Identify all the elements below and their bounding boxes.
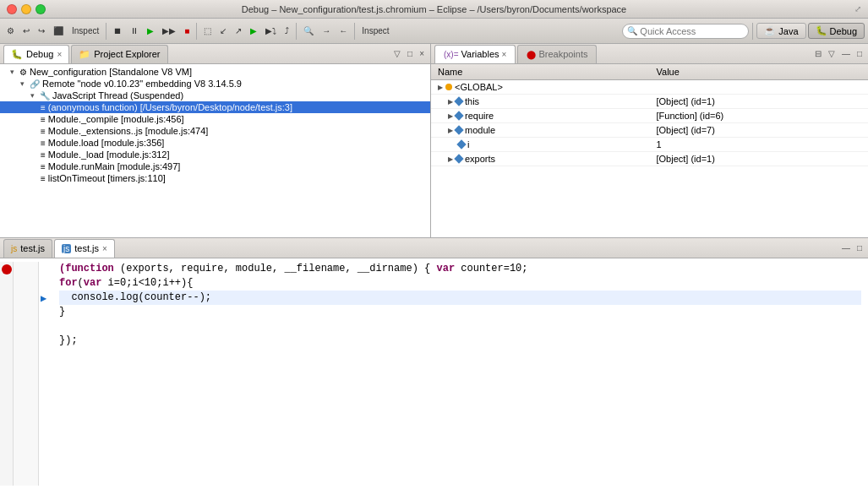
lnum-2 <box>14 276 38 291</box>
tab-project-explorer[interactable]: 📁 Project Explorer <box>71 45 167 63</box>
tab-variables[interactable]: (x)= Variables × <box>434 45 516 63</box>
tree-item-2[interactable]: ▾ 🔧 JavaScript Thread (Suspended) <box>0 90 430 101</box>
toolbar-btn-4[interactable]: ⬛ <box>50 24 67 37</box>
minimize-button[interactable] <box>21 4 31 14</box>
quick-access-input[interactable] <box>622 24 749 39</box>
toolbar-btn-2[interactable]: ↩ <box>19 24 33 37</box>
var-row-global[interactable]: ▶ <GLOBAL> <box>431 80 868 95</box>
tree-item-4[interactable]: ≡ Module._compile [module.js:456] <box>0 113 430 125</box>
exports-icon <box>454 154 463 163</box>
left-panel: 🐛 Debug × 📁 Project Explorer ▽ □ × ▾ <box>0 44 431 237</box>
stack-icon-8: ≡ <box>41 162 46 171</box>
toolbar-btn-14[interactable]: 🔍 <box>300 24 317 37</box>
lnum-3 <box>14 291 38 305</box>
toolbar-btn-7[interactable]: ▶▶ <box>159 24 179 37</box>
bp-line2 <box>0 279 13 293</box>
toolbar-btn-12[interactable]: ▶⤵ <box>262 24 280 37</box>
expand-require[interactable]: ▶ <box>448 112 453 120</box>
i-icon <box>456 139 466 149</box>
java-icon: ☕ <box>764 25 776 36</box>
right-panel-tab-bar: (x)= Variables × ⬤ Breakpoints ⊟ ▽ — □ <box>431 44 868 64</box>
var-row-module[interactable]: ▶ module [Object] (id=7) <box>431 123 868 138</box>
toolbar-btn-13[interactable]: ⤴ <box>281 24 292 37</box>
tree-item-0[interactable]: ▾ ⚙ New_configuration [Standalone V8 VM] <box>0 66 430 78</box>
java-perspective-button[interactable]: ☕ Java <box>756 23 805 39</box>
var-row-i[interactable]: i 1 <box>431 138 868 152</box>
tree-label-4: Module._compile [module.js:456] <box>48 114 184 124</box>
col-value-header: Value <box>650 64 869 80</box>
var-row-require[interactable]: ▶ require [Function] (id=6) <box>431 109 868 123</box>
var-value-module: [Object] (id=7) <box>650 123 869 138</box>
col-name-header: Name <box>431 64 650 80</box>
close-panel-btn[interactable]: × <box>417 48 427 59</box>
inspect-button[interactable]: Inspect <box>68 24 102 37</box>
variables-tab-close[interactable]: × <box>502 50 507 59</box>
node-icon: 🔗 <box>30 79 40 89</box>
toolbar-btn-16[interactable]: ← <box>336 24 351 37</box>
debug-label: Debug <box>830 26 857 36</box>
toolbar-btn-3[interactable]: ↪ <box>35 24 48 37</box>
tree-item-7[interactable]: ≡ Module._load [module.js:312] <box>0 149 430 160</box>
maximize-right-btn[interactable]: □ <box>854 48 865 59</box>
right-panel: (x)= Variables × ⬤ Breakpoints ⊟ ▽ — □ <box>431 44 868 237</box>
toolbar-btn-5[interactable]: ⏹ <box>110 24 125 37</box>
editor-tab-1[interactable]: js test.js <box>3 239 52 258</box>
toolbar-inspect2[interactable]: Inspect <box>358 24 392 37</box>
variables-icon: (x)= <box>444 50 459 59</box>
expand-global[interactable]: ▶ <box>438 84 443 91</box>
minimize-panel-btn[interactable]: ▽ <box>391 48 403 59</box>
toolbar-btn-stop[interactable]: ■ <box>181 24 193 37</box>
tree-item-8[interactable]: ≡ Module.runMain [module.js:497] <box>0 160 430 172</box>
title-bar: Debug – New_configuration/test.js.chromi… <box>0 0 868 19</box>
tree-item-6[interactable]: ≡ Module.load [module.js:356] <box>0 137 430 149</box>
tab-debug[interactable]: 🐛 Debug × <box>3 45 69 63</box>
var-row-exports[interactable]: ▶ exports [Object] (id=1) <box>431 152 868 166</box>
left-panel-tab-bar: 🐛 Debug × 📁 Project Explorer ▽ □ × <box>0 44 430 64</box>
close-button[interactable] <box>7 4 17 14</box>
expand-module[interactable]: ▶ <box>448 127 453 134</box>
tab-breakpoints[interactable]: ⬤ Breakpoints <box>517 45 597 63</box>
var-value-global <box>650 80 869 95</box>
code-line-3-current: console.log(counter--); <box>59 291 861 305</box>
expand-this[interactable]: ▶ <box>448 98 453 106</box>
breakpoint-dot-1[interactable] <box>2 264 12 274</box>
stack-icon-7: ≡ <box>41 150 46 160</box>
editor-area[interactable]: ▶ (function (exports, require, module, _… <box>0 258 868 489</box>
collapse-all-btn[interactable]: ⊟ <box>812 48 824 59</box>
maximize-editor-btn[interactable]: □ <box>854 242 865 253</box>
separator-2 <box>196 23 197 40</box>
toolbar-btn-6[interactable]: ⏸ <box>127 24 142 37</box>
tree-label-2: JavaScript Thread (Suspended) <box>52 90 183 101</box>
tree-item-5[interactable]: ≡ Module._extensions..js [module.js:474] <box>0 125 430 137</box>
tree-item-9[interactable]: ≡ listOnTimeout [timers.js:110] <box>0 172 430 184</box>
tree-label-0: New_configuration [Standalone V8 VM] <box>30 67 192 77</box>
minimize-right-btn[interactable]: — <box>839 48 853 59</box>
toolbar-btn-1[interactable]: ⚙ <box>3 24 18 37</box>
toolbar-btn-11[interactable]: ▶ <box>247 24 260 37</box>
toolbar-btn-8[interactable]: ⬚ <box>200 24 215 37</box>
minimize-editor-btn[interactable]: — <box>839 242 853 253</box>
maximize-panel-btn[interactable]: □ <box>405 48 415 59</box>
tree-item-1[interactable]: ▾ 🔗 Remote "node v0.10.23" embedding V8 … <box>0 78 430 90</box>
thread-icon: 🔧 <box>40 91 50 101</box>
separator-5 <box>752 23 753 40</box>
arrow-line1 <box>39 262 52 276</box>
view-menu-btn[interactable]: ▽ <box>826 48 838 59</box>
var-row-this[interactable]: ▶ this [Object] (id=1) <box>431 95 868 109</box>
debug-perspective-button[interactable]: 🐛 Debug <box>808 23 865 39</box>
tree-item-3-selected[interactable]: ≡ (anonymous function) [/Users/byron/Des… <box>0 101 430 113</box>
code-content[interactable]: (function (exports, require, module, __f… <box>52 262 868 486</box>
file-icon-2: js <box>62 244 71 253</box>
debug-tab-close[interactable]: × <box>57 50 62 59</box>
global-icon <box>445 84 452 90</box>
line-number-area <box>14 262 39 486</box>
toolbar-btn-9[interactable]: ↙ <box>216 24 230 37</box>
expand-exports[interactable]: ▶ <box>448 155 453 163</box>
toolbar-btn-15[interactable]: → <box>319 24 334 37</box>
editor-tab2-close[interactable]: × <box>102 244 107 253</box>
editor-tab-2-active[interactable]: js test.js × <box>54 239 115 258</box>
toolbar-btn-resume[interactable]: ▶ <box>144 24 157 37</box>
toolbar-btn-10[interactable]: ↗ <box>232 24 245 37</box>
var-name-exports: exports <box>465 154 495 164</box>
maximize-button[interactable] <box>35 4 46 14</box>
